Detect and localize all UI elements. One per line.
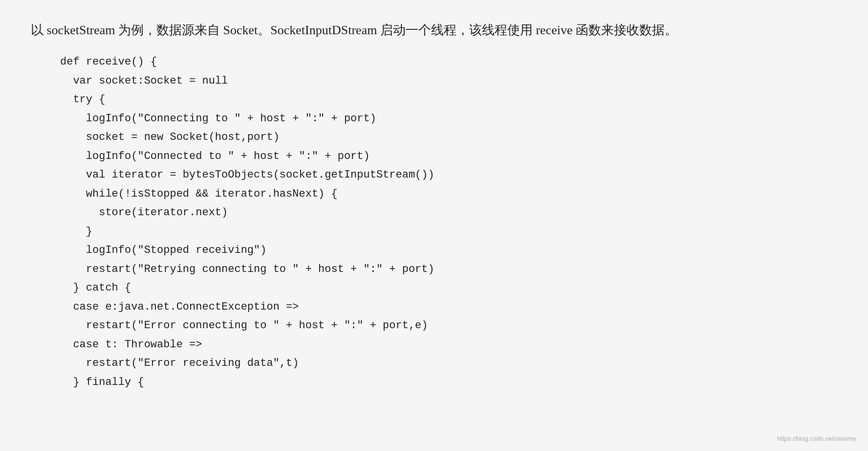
code-line-4: logInfo("Connecting to " + host + ":" + … [60, 113, 376, 125]
page-container: 以 socketStream 为例，数据源来自 Socket。SocketInp… [31, 20, 837, 392]
code-line-16: case t: Throwable => [60, 338, 202, 351]
watermark: https://blog.csdn.net/alanmy [777, 435, 856, 442]
code-line-3: try { [60, 93, 105, 106]
intro-text: 以 socketStream 为例，数据源来自 Socket。SocketInp… [31, 20, 837, 41]
code-line-12: restart("Retrying connecting to " + host… [60, 263, 434, 275]
code-line-17: restart("Error receiving data",t) [60, 357, 299, 369]
code-line-8: while(!isStopped && iterator.hasNext) { [60, 188, 338, 200]
code-line-6: logInfo("Connected to " + host + ":" + p… [60, 150, 370, 162]
code-line-18: } finally { [60, 376, 144, 388]
code-line-11: logInfo("Stopped receiving") [60, 244, 266, 256]
code-line-9: store(iterator.next) [60, 206, 228, 219]
code-line-10: } [60, 226, 92, 238]
code-line-5: socket = new Socket(host,port) [60, 131, 280, 143]
code-line-13: } catch { [60, 282, 131, 294]
code-line-15: restart("Error connecting to " + host + … [60, 319, 428, 332]
code-line-2: var socket:Socket = null [60, 75, 228, 87]
code-line-14: case e:java.net.ConnectException => [60, 301, 299, 313]
code-block: def receive() { var socket:Socket = null… [31, 53, 837, 392]
code-line-1: def receive() { [60, 56, 157, 68]
code-line-7: val iterator = bytesToObjects(socket.get… [60, 169, 434, 181]
